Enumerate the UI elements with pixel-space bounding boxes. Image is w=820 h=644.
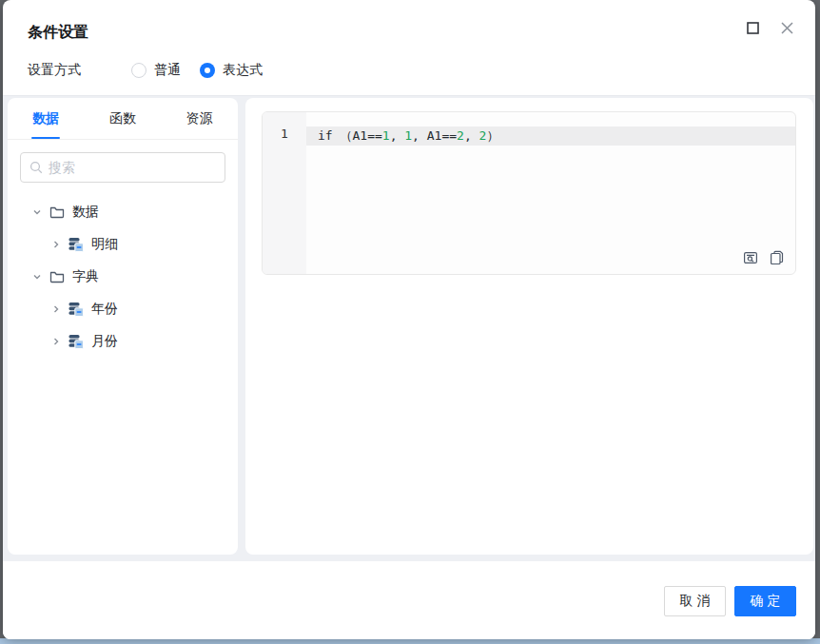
- dataset-icon: [68, 334, 84, 349]
- radio-option-normal[interactable]: 普通: [131, 62, 181, 79]
- line-number: 1: [281, 127, 288, 141]
- editor-gutter: 1: [263, 112, 306, 274]
- setting-mode-options: 普通 表达式: [131, 62, 263, 79]
- inspect-code-icon: [743, 250, 758, 265]
- code-token: , A1==: [412, 128, 457, 143]
- chevron-down-icon[interactable]: [30, 272, 44, 282]
- dialog-header: 条件设置 设置方式 普通: [3, 0, 815, 79]
- dialog-footer: 取消 确定: [3, 561, 815, 639]
- window-controls: [747, 21, 794, 35]
- close-button[interactable]: [780, 21, 794, 35]
- chevron-right-icon[interactable]: [49, 337, 63, 346]
- tab-resources[interactable]: 资源: [161, 98, 238, 139]
- expression-panel: 1 if （A1==1, 1, A1==2, 2）: [245, 98, 813, 555]
- dataset-icon: [68, 302, 84, 317]
- dialog-body: 数据 函数 资源: [3, 95, 815, 561]
- tree-node-label: 明细: [91, 236, 118, 253]
- footer-buttons: 取消 确定: [664, 586, 796, 616]
- tree-node-label: 月份: [91, 333, 118, 350]
- tree-node-year-dataset[interactable]: 年份: [8, 293, 238, 325]
- radio-unchecked-icon[interactable]: [131, 63, 146, 78]
- tab-functions[interactable]: 函数: [85, 98, 162, 139]
- data-tree: 数据: [8, 196, 238, 358]
- tree-node-data-folder[interactable]: 数据: [8, 196, 238, 228]
- tab-data[interactable]: 数据: [8, 98, 85, 139]
- ok-button[interactable]: 确定: [734, 586, 796, 616]
- maximize-icon: [747, 22, 759, 34]
- code-token: ,: [390, 128, 405, 143]
- tree-node-dictionary-folder[interactable]: 字典: [8, 261, 238, 293]
- radio-checked-icon[interactable]: [200, 63, 215, 78]
- tree-node-detail-dataset[interactable]: 明细: [8, 228, 238, 261]
- tree-node-label: 数据: [72, 204, 99, 221]
- tab-label: 资源: [186, 110, 213, 127]
- radio-option-expression[interactable]: 表达式: [200, 62, 263, 79]
- inspect-code-button[interactable]: [743, 250, 758, 265]
- setting-mode-label: 设置方式: [28, 62, 81, 79]
- code-token: ）: [486, 128, 498, 143]
- chevron-down-icon[interactable]: [30, 207, 44, 217]
- close-icon: [780, 21, 794, 35]
- code-token: ,: [464, 128, 479, 143]
- tree-node-label: 年份: [91, 301, 118, 318]
- chevron-right-icon[interactable]: [49, 304, 63, 314]
- folder-icon: [49, 269, 65, 284]
- dataset-icon: [68, 237, 84, 252]
- code-token: 1: [404, 128, 412, 143]
- page-title: 条件设置: [28, 23, 792, 43]
- folder-icon: [49, 205, 65, 220]
- code-token: 1: [382, 128, 390, 143]
- search-box: [20, 152, 225, 183]
- copy-button[interactable]: [770, 250, 784, 265]
- sidebar-panel: 数据 函数 资源: [8, 98, 238, 555]
- code-token: 2: [457, 128, 464, 143]
- radio-option-label: 普通: [154, 62, 181, 79]
- editor-code-area[interactable]: if （A1==1, 1, A1==2, 2）: [306, 112, 795, 274]
- tab-label: 函数: [109, 110, 136, 127]
- radio-option-label: 表达式: [223, 62, 263, 79]
- code-line-active[interactable]: if （A1==1, 1, A1==2, 2）: [306, 127, 795, 146]
- editor-actions: [743, 250, 784, 265]
- cancel-button-label: 取消: [680, 593, 714, 610]
- tree-node-month-dataset[interactable]: 月份: [8, 325, 238, 358]
- copy-icon: [770, 250, 784, 265]
- cancel-button[interactable]: 取消: [664, 586, 726, 616]
- screen: 条件设置 设置方式 普通: [0, 0, 820, 644]
- maximize-button[interactable]: [747, 22, 759, 34]
- condition-settings-dialog: 条件设置 设置方式 普通: [3, 0, 815, 639]
- chevron-right-icon[interactable]: [49, 240, 63, 249]
- expression-editor[interactable]: 1 if （A1==1, 1, A1==2, 2）: [262, 111, 796, 275]
- code-token: if （A1==: [318, 128, 382, 143]
- sidebar-tabs: 数据 函数 资源: [8, 98, 238, 140]
- setting-mode-row: 设置方式 普通 表达式: [28, 62, 792, 79]
- ok-button-label: 确定: [751, 593, 785, 610]
- search-icon: [29, 161, 43, 174]
- search-input[interactable]: [49, 160, 216, 175]
- tree-node-label: 字典: [72, 268, 99, 285]
- tab-label: 数据: [32, 110, 59, 127]
